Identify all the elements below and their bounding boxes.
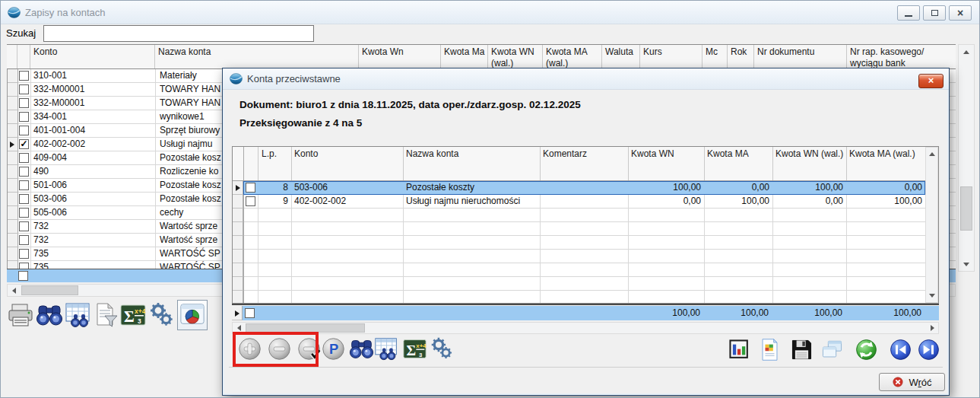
scroll-left-arrow[interactable] <box>8 285 21 296</box>
row-marker-cell <box>8 110 18 124</box>
delete-confirm-button[interactable] <box>297 336 322 361</box>
first-record-button[interactable] <box>889 338 912 361</box>
grid-row <box>233 277 925 291</box>
scroll-down-arrow[interactable] <box>927 290 937 301</box>
cell-konto: 409-004 <box>33 151 152 164</box>
save-button[interactable] <box>790 338 813 361</box>
column-header[interactable]: Nazwa konta <box>406 148 538 160</box>
row-checkbox[interactable] <box>19 98 29 108</box>
column-header[interactable]: Kwota WN (wal.) <box>775 148 844 160</box>
row-marker-cell <box>233 222 243 236</box>
bg-vertical-scrollbar[interactable] <box>958 44 975 272</box>
row-checkbox[interactable] <box>19 221 29 231</box>
dialog-close-button[interactable]: × <box>918 74 944 88</box>
dialog-horizontal-scrollbar[interactable] <box>232 322 939 334</box>
summary-row: 100,00100,00100,00100,00 <box>232 306 939 320</box>
row-checkbox-checked[interactable]: ✓ <box>19 139 29 149</box>
scroll-left-arrow[interactable] <box>233 323 245 333</box>
table-find-button[interactable] <box>374 336 399 361</box>
row-checkbox[interactable] <box>19 153 29 163</box>
row-checkbox[interactable] <box>19 126 29 135</box>
dialog-titlebar: Konta przeciwstawne <box>223 68 949 90</box>
column-header[interactable]: Kwota WN <box>631 148 702 160</box>
row-checkbox[interactable] <box>19 71 29 81</box>
chart-button[interactable] <box>728 338 751 361</box>
close-button[interactable]: × <box>949 5 972 21</box>
scroll-up-arrow[interactable] <box>927 148 937 160</box>
cell-konto: 490 <box>33 165 152 178</box>
table-find-button[interactable] <box>65 301 92 329</box>
row-checkbox[interactable] <box>19 249 29 259</box>
print-button[interactable] <box>7 301 34 329</box>
column-header[interactable]: Rok <box>731 46 751 58</box>
copy-button[interactable] <box>820 338 844 361</box>
scroll-thumb[interactable] <box>246 323 365 333</box>
column-header[interactable]: L.p. <box>262 148 289 160</box>
summary-checkbox[interactable] <box>245 308 255 318</box>
row-marker-cell <box>8 220 18 234</box>
screen: Zapisy na kontach × Szukaj KontoNazwa ko… <box>0 0 980 398</box>
settings-button[interactable] <box>148 301 176 329</box>
find-button[interactable] <box>349 336 374 361</box>
scroll-thumb[interactable] <box>21 285 78 295</box>
row-checkbox[interactable] <box>19 194 29 204</box>
row-marker-cell <box>8 247 18 261</box>
column-header[interactable]: Kwota WN (wal.) <box>491 46 540 69</box>
column-header[interactable]: Mc <box>706 46 725 58</box>
parking-button[interactable] <box>321 336 346 361</box>
bg-table-header: KontoNazwa kontaKwota WnKwota MaKwota WN… <box>7 44 956 69</box>
sum-button[interactable] <box>402 336 427 361</box>
row-marker-cell <box>233 209 243 222</box>
settings-button[interactable] <box>430 336 455 361</box>
column-header[interactable]: Kurs <box>643 46 699 58</box>
row-marker-cell <box>8 165 18 179</box>
column-header[interactable]: Nazwa konta <box>158 46 356 58</box>
refresh-button[interactable] <box>855 338 878 361</box>
report-button[interactable] <box>758 338 782 361</box>
last-record-button[interactable] <box>917 338 940 361</box>
search-input[interactable] <box>43 25 314 42</box>
column-header[interactable]: Kwota MA (wal.) <box>849 148 923 160</box>
column-header[interactable]: Kwota MA <box>707 148 770 160</box>
column-header[interactable]: Kwota MA (wal.) <box>546 46 599 69</box>
scroll-down-arrow[interactable] <box>959 258 973 270</box>
table-row[interactable]: 8503-006Pozostałe koszty100,000,00100,00… <box>233 181 925 195</box>
row-marker-cell <box>8 69 18 83</box>
table-row[interactable]: 9402-002-002Usługi najmu nieruchomości0,… <box>233 195 925 209</box>
column-header[interactable]: Kwota Wn <box>362 46 438 58</box>
row-checkbox[interactable] <box>246 183 255 193</box>
cell-konto: 402-002-002 <box>294 195 400 208</box>
scroll-thumb[interactable] <box>960 186 972 231</box>
filter-button[interactable] <box>92 301 119 329</box>
row-checkbox[interactable] <box>19 235 29 245</box>
row-checkbox[interactable] <box>19 263 29 269</box>
minimize-button[interactable] <box>897 5 920 21</box>
app-globe-icon <box>230 72 243 85</box>
chart-view-button[interactable] <box>177 300 208 330</box>
maximize-button[interactable] <box>923 5 946 21</box>
column-header[interactable]: Konto <box>294 148 401 160</box>
add-button[interactable] <box>237 336 262 361</box>
search-label: Szukaj <box>6 27 36 39</box>
row-checkbox[interactable] <box>19 208 29 218</box>
column-header[interactable]: Nr rap. kasowego/ wyciągu bank <box>850 46 953 69</box>
row-checkbox[interactable] <box>19 180 29 190</box>
row-checkbox[interactable] <box>19 167 29 177</box>
column-header[interactable]: Nr dokumentu <box>757 46 844 58</box>
row-checkbox[interactable] <box>19 112 29 122</box>
back-button[interactable]: Wróć <box>879 373 945 391</box>
column-header[interactable]: Waluta <box>605 46 637 58</box>
cell-kwota_ma: 0,00 <box>707 181 769 194</box>
row-checkbox[interactable] <box>18 271 28 281</box>
column-header[interactable]: Kwota Ma <box>444 46 485 58</box>
dialog-vertical-scrollbar[interactable] <box>925 147 938 303</box>
sum-button[interactable] <box>119 301 147 329</box>
row-checkbox[interactable] <box>19 84 29 94</box>
column-header[interactable]: Komentarz <box>543 148 626 160</box>
row-checkbox[interactable] <box>246 196 255 206</box>
delete-button[interactable] <box>267 336 292 361</box>
scroll-up-arrow[interactable] <box>959 46 973 58</box>
scroll-right-arrow[interactable] <box>926 323 938 333</box>
find-button[interactable] <box>36 301 63 329</box>
column-header[interactable]: Konto <box>33 46 152 58</box>
